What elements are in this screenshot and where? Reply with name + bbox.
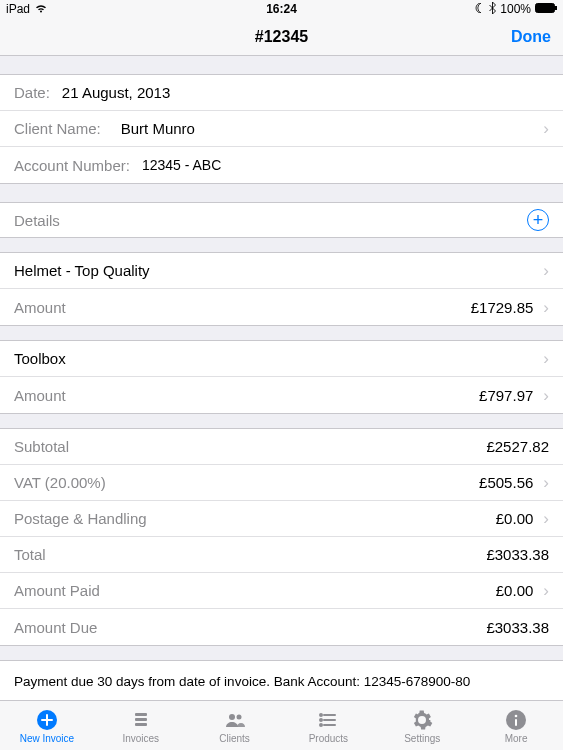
chevron-right-icon: › bbox=[543, 350, 549, 367]
tab-label: New Invoice bbox=[20, 733, 74, 744]
chevron-right-icon: › bbox=[543, 582, 549, 599]
svg-point-12 bbox=[320, 719, 322, 721]
svg-rect-1 bbox=[555, 6, 557, 10]
vat-row[interactable]: VAT (20.00%) £505.56 › bbox=[0, 465, 563, 501]
subtotal-row: Subtotal £2527.82 bbox=[0, 429, 563, 465]
nav-bar: #12345 Done bbox=[0, 18, 563, 56]
item-amount-row[interactable]: Amount £797.97 › bbox=[0, 377, 563, 413]
account-value: 12345 - ABC bbox=[142, 157, 221, 173]
amount-label: Amount bbox=[14, 387, 66, 404]
battery-icon bbox=[535, 2, 557, 16]
gear-icon bbox=[410, 708, 434, 732]
account-label: Account Number: bbox=[14, 157, 130, 174]
line-item-2: Toolbox › Amount £797.97 › bbox=[0, 340, 563, 414]
client-value: Burt Munro bbox=[121, 120, 195, 137]
svg-rect-5 bbox=[135, 723, 147, 726]
wifi-icon bbox=[34, 2, 48, 16]
amount-value: £797.97 bbox=[479, 387, 533, 404]
paid-value: £0.00 bbox=[496, 582, 534, 599]
svg-point-15 bbox=[515, 714, 518, 717]
details-header-section: Details + bbox=[0, 202, 563, 238]
tab-label: More bbox=[505, 733, 528, 744]
vat-label: VAT (20.00%) bbox=[14, 474, 106, 491]
postage-label: Postage & Handling bbox=[14, 510, 147, 527]
amount-value: £1729.85 bbox=[471, 299, 534, 316]
total-value: £3033.38 bbox=[486, 546, 549, 563]
battery-label: 100% bbox=[500, 2, 531, 16]
svg-point-7 bbox=[236, 714, 241, 719]
svg-rect-3 bbox=[135, 713, 147, 716]
subtotal-value: £2527.82 bbox=[486, 438, 549, 455]
done-button[interactable]: Done bbox=[511, 28, 551, 46]
bluetooth-icon bbox=[489, 2, 496, 17]
total-label: Total bbox=[14, 546, 46, 563]
info-icon bbox=[504, 708, 528, 732]
tab-label: Products bbox=[309, 733, 348, 744]
tab-label: Invoices bbox=[122, 733, 159, 744]
svg-rect-16 bbox=[515, 719, 517, 726]
tab-invoices[interactable]: Invoices bbox=[94, 701, 188, 750]
date-value: 21 August, 2013 bbox=[62, 84, 170, 101]
chevron-right-icon: › bbox=[543, 510, 549, 527]
svg-rect-0 bbox=[536, 4, 555, 13]
chevron-right-icon: › bbox=[543, 262, 549, 279]
item-name: Helmet - Top Quality bbox=[14, 262, 150, 279]
postage-row[interactable]: Postage & Handling £0.00 › bbox=[0, 501, 563, 537]
svg-rect-4 bbox=[135, 718, 147, 721]
moon-icon bbox=[475, 2, 485, 16]
vat-value: £505.56 bbox=[479, 474, 533, 491]
due-label: Amount Due bbox=[14, 619, 97, 636]
people-icon bbox=[223, 708, 247, 732]
date-label: Date: bbox=[14, 84, 50, 101]
client-label: Client Name: bbox=[14, 120, 101, 137]
invoice-header-section: Date: 21 August, 2013 Client Name: Burt … bbox=[0, 74, 563, 184]
footer-note-section: Payment due 30 days from date of invoice… bbox=[0, 660, 563, 702]
due-row: Amount Due £3033.38 bbox=[0, 609, 563, 645]
account-row: Account Number: 12345 - ABC bbox=[0, 147, 563, 183]
tab-clients[interactable]: Clients bbox=[188, 701, 282, 750]
tab-label: Clients bbox=[219, 733, 250, 744]
total-row: Total £3033.38 bbox=[0, 537, 563, 573]
client-row[interactable]: Client Name: Burt Munro › bbox=[0, 111, 563, 147]
payment-note-text: Payment due 30 days from date of invoice… bbox=[14, 674, 470, 689]
svg-point-11 bbox=[320, 714, 322, 716]
item-name: Toolbox bbox=[14, 350, 66, 367]
tab-settings[interactable]: Settings bbox=[375, 701, 469, 750]
due-value: £3033.38 bbox=[486, 619, 549, 636]
svg-point-6 bbox=[229, 714, 235, 720]
add-detail-button[interactable]: + bbox=[527, 209, 549, 231]
amount-label: Amount bbox=[14, 299, 66, 316]
paid-row[interactable]: Amount Paid £0.00 › bbox=[0, 573, 563, 609]
tab-products[interactable]: Products bbox=[281, 701, 375, 750]
chevron-right-icon: › bbox=[543, 387, 549, 404]
chevron-right-icon: › bbox=[543, 120, 549, 137]
status-bar: iPad 16:24 100% bbox=[0, 0, 563, 18]
paid-label: Amount Paid bbox=[14, 582, 100, 599]
svg-point-13 bbox=[320, 724, 322, 726]
totals-section: Subtotal £2527.82 VAT (20.00%) £505.56 ›… bbox=[0, 428, 563, 646]
stack-icon bbox=[129, 708, 153, 732]
details-heading: Details bbox=[14, 212, 60, 229]
device-label: iPad bbox=[6, 2, 30, 16]
page-title: #12345 bbox=[255, 28, 308, 46]
tab-label: Settings bbox=[404, 733, 440, 744]
chevron-right-icon: › bbox=[543, 474, 549, 491]
date-row[interactable]: Date: 21 August, 2013 bbox=[0, 75, 563, 111]
status-time: 16:24 bbox=[266, 2, 297, 16]
plus-circle-icon bbox=[35, 708, 59, 732]
details-header-row: Details + bbox=[0, 203, 563, 237]
item-name-row[interactable]: Toolbox › bbox=[0, 341, 563, 377]
tab-more[interactable]: More bbox=[469, 701, 563, 750]
item-amount-row[interactable]: Amount £1729.85 › bbox=[0, 289, 563, 325]
tab-new-invoice[interactable]: New Invoice bbox=[0, 701, 94, 750]
tab-bar: New Invoice Invoices Clients Products Se… bbox=[0, 700, 563, 750]
item-name-row[interactable]: Helmet - Top Quality › bbox=[0, 253, 563, 289]
subtotal-label: Subtotal bbox=[14, 438, 69, 455]
chevron-right-icon: › bbox=[543, 299, 549, 316]
list-icon bbox=[316, 708, 340, 732]
postage-value: £0.00 bbox=[496, 510, 534, 527]
line-item-1: Helmet - Top Quality › Amount £1729.85 › bbox=[0, 252, 563, 326]
payment-note[interactable]: Payment due 30 days from date of invoice… bbox=[0, 661, 563, 701]
